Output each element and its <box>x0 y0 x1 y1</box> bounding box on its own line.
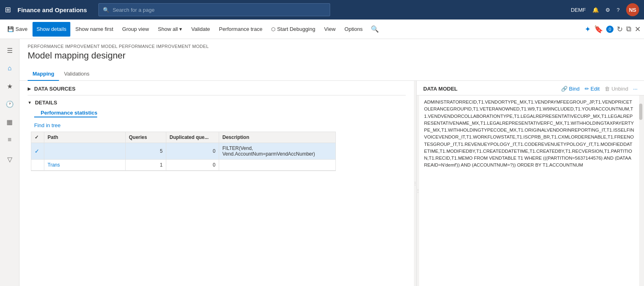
row1-path <box>44 143 126 159</box>
checked-icon: ✓ <box>35 148 39 154</box>
row2-check <box>31 160 44 170</box>
table-row[interactable]: Trans 1 0 <box>31 160 335 171</box>
sidebar-menu-icon[interactable]: ☰ <box>2 42 18 58</box>
row2-description <box>219 160 335 170</box>
page-title: Model mapping designer <box>28 50 636 61</box>
details-chevron-icon: ▼ <box>28 100 32 105</box>
env-label: DEMF <box>571 7 586 13</box>
data-table: ✓ Path Queries Duplicated que... Descrip… <box>31 132 336 171</box>
top-navigation: ⊞ Finance and Operations 🔍 DEMF 🔔 ⚙ ? NS <box>0 0 644 20</box>
details-label: DETAILS <box>35 100 57 106</box>
table-row[interactable]: ✓ 5 0 FILTER(Vend, Vend.AccountNum=parmV… <box>31 143 335 160</box>
performance-statistics-label[interactable]: Performance statistics <box>34 108 97 117</box>
row2-duplicated: 0 <box>166 160 219 170</box>
refresh-icon[interactable]: ↻ <box>617 25 623 34</box>
notification-icon[interactable]: 🔔 <box>592 7 599 13</box>
close-icon[interactable]: ✕ <box>635 25 641 34</box>
section-divider <box>28 95 406 95</box>
main-layout: ☰ ⌂ ★ 🕐 ▦ ≡ ▽ PERFORMANCE IMPROVEMENT MO… <box>0 39 644 286</box>
show-details-button[interactable]: Show details <box>33 22 71 37</box>
sidebar-list-icon[interactable]: ≡ <box>2 132 18 148</box>
row1-description: FILTER(Vend, Vend.AccountNum=parmVendAcc… <box>219 143 335 159</box>
content-area: PERFORMANCE IMPROVEMENT MODEL PERFORMANC… <box>20 39 644 286</box>
grid-icon[interactable]: ⊞ <box>5 5 11 14</box>
avatar[interactable]: NS <box>626 3 639 16</box>
breadcrumb-area: PERFORMANCE IMPROVEMENT MODEL PERFORMANC… <box>20 39 644 61</box>
settings-icon[interactable]: ⚙ <box>605 7 610 13</box>
right-panel-content: ADMINISTRATORRECID,T1.VENDORTYPE_MX,T1.V… <box>419 95 639 286</box>
content-main: ▶ DATA SOURCES ▼ DETAILS Performance sta… <box>20 81 644 286</box>
left-content: ▶ DATA SOURCES ▼ DETAILS Performance sta… <box>20 81 414 286</box>
nav-right: DEMF 🔔 ⚙ ? NS <box>571 3 639 16</box>
row1-queries: 5 <box>126 143 166 159</box>
row2-path[interactable]: Trans <box>44 160 126 170</box>
bind-button[interactable]: 🔗 Bind <box>561 86 580 92</box>
details-header[interactable]: ▼ DETAILS <box>28 97 406 108</box>
tab-validations[interactable]: Validations <box>59 67 94 81</box>
scrollbar-thumb[interactable] <box>639 104 642 120</box>
sidebar-home-icon[interactable]: ⌂ <box>2 60 18 76</box>
data-sources-section[interactable]: ▶ DATA SOURCES <box>28 84 406 93</box>
sidebar-filter-icon[interactable]: ▽ <box>2 151 18 167</box>
view-button[interactable]: View <box>320 22 339 37</box>
show-all-chevron-icon: ▾ <box>179 26 182 32</box>
right-panel-header: DATA MODEL 🔗 Bind ✏ Edit 🗑 Unbind <box>417 81 644 95</box>
data-sources-chevron-icon: ▶ <box>28 87 31 91</box>
search-icon: 🔍 <box>103 7 109 13</box>
col-duplicated: Duplicated que... <box>166 132 219 143</box>
row1-duplicated: 0 <box>166 143 219 159</box>
col-path: Path <box>44 132 126 143</box>
right-panel-body: ⋮ ADMINISTRATORRECID,T1.VENDORTYPE_MX,T1… <box>417 95 644 286</box>
tabs-row: Mapping Validations <box>20 64 644 81</box>
sidebar-star-icon[interactable]: ★ <box>2 78 18 94</box>
search-bar[interactable]: 🔍 <box>98 3 330 16</box>
search-bar-icon[interactable]: 🔍 <box>368 25 382 33</box>
pin-icon[interactable]: ✦ <box>585 25 591 34</box>
save-icon: 💾 <box>7 26 14 32</box>
bookmark-icon[interactable]: 🔖 <box>594 25 603 34</box>
show-all-button[interactable]: Show all ▾ <box>154 22 186 37</box>
help-icon[interactable]: ? <box>617 7 620 13</box>
right-panel-actions: 🔗 Bind ✏ Edit 🗑 Unbind ··· <box>561 86 637 92</box>
options-button[interactable]: Options <box>340 22 367 37</box>
open-new-icon[interactable]: ⧉ <box>626 25 631 33</box>
app-title: Finance and Operations <box>17 6 87 13</box>
tab-mapping[interactable]: Mapping <box>28 67 59 81</box>
bind-icon: 🔗 <box>561 86 568 92</box>
search-input[interactable] <box>113 7 326 13</box>
details-section: ▶ DATA SOURCES ▼ DETAILS Performance sta… <box>20 81 414 286</box>
data-model-title: DATA MODEL <box>423 86 457 92</box>
details-content: Performance statistics <box>28 108 406 121</box>
validate-button[interactable]: Validate <box>187 22 214 37</box>
table-header: ✓ Path Queries Duplicated que... Descrip… <box>31 132 335 143</box>
unbind-button[interactable]: 🗑 Unbind <box>605 86 628 92</box>
notification-badge: 0 <box>606 26 614 33</box>
row2-queries: 1 <box>126 160 166 170</box>
right-panel-scrollbar[interactable] <box>639 95 644 286</box>
col-queries: Queries <box>126 132 166 143</box>
save-button[interactable]: 💾 Save <box>3 22 32 37</box>
sidebar-clock-icon[interactable]: 🕐 <box>2 96 18 112</box>
col-check: ✓ <box>31 132 44 143</box>
data-sources-label: DATA SOURCES <box>34 86 76 92</box>
start-debugging-button[interactable]: ⬡ Start Debugging <box>267 22 319 37</box>
right-panel: DATA MODEL 🔗 Bind ✏ Edit 🗑 Unbind <box>416 81 644 286</box>
performance-trace-button[interactable]: Performance trace <box>215 22 266 37</box>
checkbox-header-icon: ✓ <box>35 134 39 140</box>
more-options-button[interactable]: ··· <box>633 86 637 92</box>
edit-button[interactable]: ✏ Edit <box>585 86 600 92</box>
group-view-button[interactable]: Group view <box>118 22 153 37</box>
show-name-first-button[interactable]: Show name first <box>71 22 117 37</box>
edit-icon: ✏ <box>585 86 589 92</box>
sidebar-grid-icon[interactable]: ▦ <box>2 114 18 130</box>
breadcrumb: PERFORMANCE IMPROVEMENT MODEL PERFORMANC… <box>28 44 636 49</box>
unbind-icon: 🗑 <box>605 86 610 92</box>
col-description: Description <box>219 132 335 143</box>
more-icon: ··· <box>633 86 637 92</box>
left-sidebar: ☰ ⌂ ★ 🕐 ▦ ≡ ▽ <box>0 39 20 286</box>
find-in-tree-link[interactable]: Find in tree <box>34 122 406 128</box>
row1-check: ✓ <box>31 143 44 159</box>
action-bar: 💾 Save Show details Show name first Grou… <box>0 20 644 39</box>
debug-icon: ⬡ <box>271 26 275 32</box>
